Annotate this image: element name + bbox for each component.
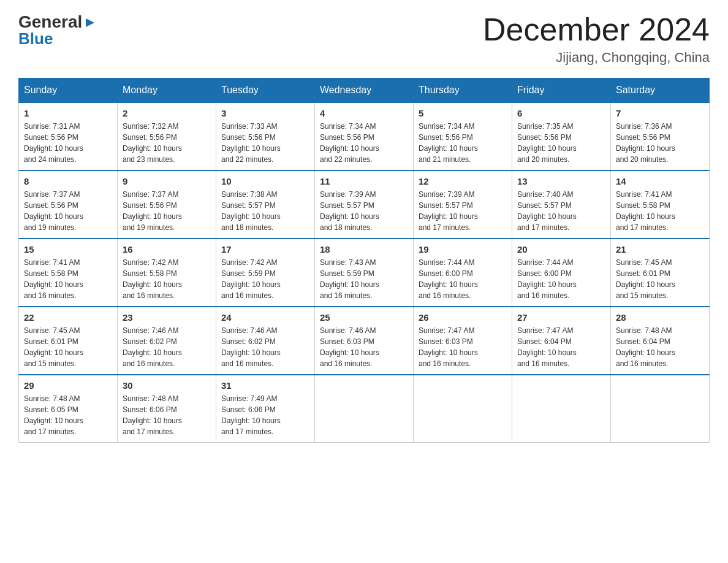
calendar-week-2: 8 Sunrise: 7:37 AMSunset: 5:56 PMDayligh… (19, 170, 710, 239)
day-number: 4 (320, 108, 408, 118)
day-info: Sunrise: 7:31 AMSunset: 5:56 PMDaylight:… (24, 122, 83, 164)
col-wednesday: Wednesday (315, 79, 414, 103)
day-info: Sunrise: 7:48 AMSunset: 6:05 PMDaylight:… (24, 394, 83, 436)
day-info: Sunrise: 7:41 AMSunset: 5:58 PMDaylight:… (616, 190, 675, 232)
day-number: 7 (616, 108, 704, 118)
calendar-week-3: 15 Sunrise: 7:41 AMSunset: 5:58 PMDaylig… (19, 239, 710, 307)
day-info: Sunrise: 7:41 AMSunset: 5:58 PMDaylight:… (24, 258, 83, 300)
day-info: Sunrise: 7:46 AMSunset: 6:02 PMDaylight:… (123, 326, 182, 368)
day-info: Sunrise: 7:37 AMSunset: 5:56 PMDaylight:… (123, 190, 182, 232)
calendar-cell: 22 Sunrise: 7:45 AMSunset: 6:01 PMDaylig… (19, 307, 118, 375)
calendar-cell: 15 Sunrise: 7:41 AMSunset: 5:58 PMDaylig… (19, 239, 118, 307)
day-number: 8 (24, 176, 112, 186)
col-sunday: Sunday (19, 79, 118, 103)
col-tuesday: Tuesday (216, 79, 315, 103)
day-info: Sunrise: 7:40 AMSunset: 5:57 PMDaylight:… (517, 190, 577, 232)
calendar-cell: 29 Sunrise: 7:48 AMSunset: 6:05 PMDaylig… (19, 375, 118, 443)
calendar-location: Jijiang, Chongqing, China (483, 50, 710, 66)
calendar-cell (611, 375, 710, 443)
day-info: Sunrise: 7:33 AMSunset: 5:56 PMDaylight:… (221, 122, 281, 164)
calendar-cell: 31 Sunrise: 7:49 AMSunset: 6:06 PMDaylig… (216, 375, 315, 443)
day-number: 9 (123, 176, 211, 186)
logo-blue: Blue (18, 29, 53, 48)
day-number: 21 (616, 244, 704, 255)
calendar-cell (414, 375, 512, 443)
day-number: 26 (419, 312, 507, 323)
day-info: Sunrise: 7:42 AMSunset: 5:59 PMDaylight:… (221, 258, 281, 300)
calendar-cell: 6 Sunrise: 7:35 AMSunset: 5:56 PMDayligh… (512, 102, 611, 170)
calendar-cell: 1 Sunrise: 7:31 AMSunset: 5:56 PMDayligh… (19, 102, 118, 170)
day-number: 27 (517, 312, 605, 323)
calendar-month-year: December 2024 (483, 12, 710, 47)
calendar-cell: 18 Sunrise: 7:43 AMSunset: 5:59 PMDaylig… (315, 239, 414, 307)
calendar-cell: 17 Sunrise: 7:42 AMSunset: 5:59 PMDaylig… (216, 239, 315, 307)
calendar-cell: 24 Sunrise: 7:46 AMSunset: 6:02 PMDaylig… (216, 307, 315, 375)
day-number: 31 (221, 380, 309, 391)
day-info: Sunrise: 7:39 AMSunset: 5:57 PMDaylight:… (419, 190, 478, 232)
col-thursday: Thursday (414, 79, 512, 103)
calendar-cell: 13 Sunrise: 7:40 AMSunset: 5:57 PMDaylig… (512, 170, 611, 239)
calendar-cell: 21 Sunrise: 7:45 AMSunset: 6:01 PMDaylig… (611, 239, 710, 307)
col-friday: Friday (512, 79, 611, 103)
day-number: 25 (320, 312, 408, 323)
calendar-cell: 8 Sunrise: 7:37 AMSunset: 5:56 PMDayligh… (19, 170, 118, 239)
calendar-cell: 27 Sunrise: 7:47 AMSunset: 6:04 PMDaylig… (512, 307, 611, 375)
calendar-cell: 23 Sunrise: 7:46 AMSunset: 6:02 PMDaylig… (118, 307, 216, 375)
calendar-cell: 14 Sunrise: 7:41 AMSunset: 5:58 PMDaylig… (611, 170, 710, 239)
calendar-cell: 3 Sunrise: 7:33 AMSunset: 5:56 PMDayligh… (216, 102, 315, 170)
day-number: 28 (616, 312, 704, 323)
calendar-cell: 26 Sunrise: 7:47 AMSunset: 6:03 PMDaylig… (414, 307, 512, 375)
day-info: Sunrise: 7:46 AMSunset: 6:03 PMDaylight:… (320, 326, 379, 368)
calendar-cell: 2 Sunrise: 7:32 AMSunset: 5:56 PMDayligh… (118, 102, 216, 170)
calendar-cell (315, 375, 414, 443)
day-number: 16 (123, 244, 211, 255)
day-number: 19 (419, 244, 507, 255)
calendar-week-5: 29 Sunrise: 7:48 AMSunset: 6:05 PMDaylig… (19, 375, 710, 443)
calendar-cell: 7 Sunrise: 7:36 AMSunset: 5:56 PMDayligh… (611, 102, 710, 170)
day-number: 11 (320, 176, 408, 186)
day-number: 1 (24, 108, 112, 118)
calendar-cell: 5 Sunrise: 7:34 AMSunset: 5:56 PMDayligh… (414, 102, 512, 170)
col-saturday: Saturday (611, 79, 710, 103)
day-number: 23 (123, 312, 211, 323)
day-info: Sunrise: 7:44 AMSunset: 6:00 PMDaylight:… (517, 258, 577, 300)
calendar-cell: 30 Sunrise: 7:48 AMSunset: 6:06 PMDaylig… (118, 375, 216, 443)
day-number: 13 (517, 176, 605, 186)
col-monday: Monday (118, 79, 216, 103)
day-info: Sunrise: 7:44 AMSunset: 6:00 PMDaylight:… (419, 258, 478, 300)
day-info: Sunrise: 7:43 AMSunset: 5:59 PMDaylight:… (320, 258, 379, 300)
calendar-cell: 19 Sunrise: 7:44 AMSunset: 6:00 PMDaylig… (414, 239, 512, 307)
day-info: Sunrise: 7:42 AMSunset: 5:58 PMDaylight:… (123, 258, 182, 300)
day-number: 15 (24, 244, 112, 255)
day-info: Sunrise: 7:38 AMSunset: 5:57 PMDaylight:… (221, 190, 281, 232)
logo-arrow-icon (83, 16, 97, 29)
calendar-cell: 20 Sunrise: 7:44 AMSunset: 6:00 PMDaylig… (512, 239, 611, 307)
calendar-cell: 11 Sunrise: 7:39 AMSunset: 5:57 PMDaylig… (315, 170, 414, 239)
svg-marker-0 (86, 18, 94, 27)
day-info: Sunrise: 7:34 AMSunset: 5:56 PMDaylight:… (419, 122, 478, 164)
day-info: Sunrise: 7:49 AMSunset: 6:06 PMDaylight:… (221, 394, 281, 436)
day-number: 20 (517, 244, 605, 255)
logo: General Blue (18, 12, 97, 48)
day-info: Sunrise: 7:48 AMSunset: 6:06 PMDaylight:… (123, 394, 182, 436)
calendar-title-block: December 2024 Jijiang, Chongqing, China (483, 12, 710, 66)
day-number: 2 (123, 108, 211, 118)
day-number: 6 (517, 108, 605, 118)
day-number: 3 (221, 108, 309, 118)
day-number: 18 (320, 244, 408, 255)
day-info: Sunrise: 7:32 AMSunset: 5:56 PMDaylight:… (123, 122, 182, 164)
day-number: 24 (221, 312, 309, 323)
day-number: 22 (24, 312, 112, 323)
calendar-cell (512, 375, 611, 443)
day-number: 29 (24, 380, 112, 391)
page-header: General Blue December 2024 Jijiang, Chon… (18, 12, 710, 66)
calendar-cell: 12 Sunrise: 7:39 AMSunset: 5:57 PMDaylig… (414, 170, 512, 239)
calendar-cell: 16 Sunrise: 7:42 AMSunset: 5:58 PMDaylig… (118, 239, 216, 307)
calendar-header-row: Sunday Monday Tuesday Wednesday Thursday… (19, 79, 710, 103)
day-info: Sunrise: 7:47 AMSunset: 6:04 PMDaylight:… (517, 326, 577, 368)
calendar-cell: 9 Sunrise: 7:37 AMSunset: 5:56 PMDayligh… (118, 170, 216, 239)
day-info: Sunrise: 7:45 AMSunset: 6:01 PMDaylight:… (24, 326, 83, 368)
day-info: Sunrise: 7:35 AMSunset: 5:56 PMDaylight:… (517, 122, 577, 164)
day-number: 17 (221, 244, 309, 255)
day-info: Sunrise: 7:34 AMSunset: 5:56 PMDaylight:… (320, 122, 379, 164)
